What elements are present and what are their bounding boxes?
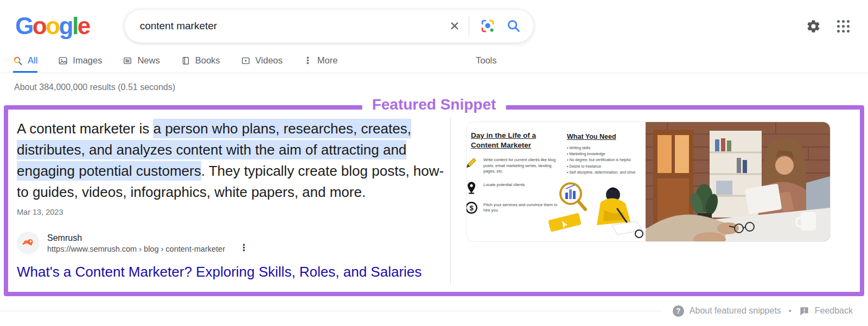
snippet-media-column: Day in the Life of a Content Marketer Wr… [450,118,860,284]
tab-label: News [137,55,159,66]
help-question-icon: ? [673,305,684,317]
videos-icon [241,56,251,66]
office-photo-image [646,122,830,242]
tab-label: Books [195,55,220,66]
header-actions [806,19,850,34]
settings-gear-icon[interactable] [806,19,821,34]
about-featured-snippets-label: About featured snippets [690,306,781,316]
feedback-bubble-icon [799,306,809,316]
dollar-icon: $ [467,201,478,215]
tab-more[interactable]: ⋮ More [303,55,338,73]
snippet-description: A content marketer is a person who plans… [17,118,451,203]
results-stats: About 384,000,000 results (0.51 seconds) [0,73,868,92]
images-icon [58,56,68,66]
infographic-item: $ Pitch your services and convince them … [467,201,561,215]
infographic-right-list: Writing skills Marketing knowledge No de… [567,145,643,175]
snippet-footer: ? About featured snippets • Feedback [0,304,853,318]
infographic-illustration [548,177,646,241]
tab-label: More [317,55,338,66]
infographic-thumbnail[interactable]: Day in the Life of a Content Marketer Wr… [467,122,646,241]
search-bar[interactable]: ✕ [124,9,534,43]
source-text-block: Semrush https://www.semrush.com › blog ›… [47,233,225,253]
featured-snippet-box: A content marketer is a person who plans… [4,105,864,296]
clear-search-icon[interactable]: ✕ [449,20,459,33]
infographic-right-item: Self discipline, determination, and driv… [567,169,643,175]
more-dots-icon: ⋮ [303,56,312,65]
infographic-right-title: What You Need [567,133,643,140]
infographic-title: Day in the Life of a Content Marketer [471,131,555,150]
infographic-item: Locate potential clients [467,181,561,195]
search-bar-divider [469,16,469,36]
logo-letter: g [59,12,72,39]
snippet-text-column: A content marketer is a person who plans… [8,110,450,292]
tab-label: All [28,55,37,66]
infographic-right-item: No degree, but certification is helpful [567,157,643,163]
feedback-label: Feedback [815,306,853,316]
tab-label: Videos [256,55,283,66]
footer-divider-line [0,311,662,311]
about-featured-snippets-link[interactable]: ? About featured snippets [673,305,781,317]
infographic-right-item: Marketing knowledge [567,151,643,157]
result-options-kebab-icon[interactable]: ⋮ [239,242,248,254]
location-pin-icon [467,181,478,195]
feedback-link[interactable]: Feedback [799,306,853,316]
tab-label: Images [73,55,102,66]
tab-videos[interactable]: Videos [241,55,283,73]
logo-letter: o [46,12,59,39]
logo-letter: o [33,12,46,39]
office-photo-thumbnail[interactable] [646,122,830,241]
svg-text:$: $ [469,203,474,212]
logo-letter: G [15,12,33,39]
infographic-item-text: Write content for current clients like b… [483,156,561,175]
google-apps-grid-icon[interactable] [837,20,850,33]
tools-button[interactable]: Tools [476,55,497,66]
infographic-right-item: Writing skills [567,145,643,151]
search-input[interactable] [140,20,445,32]
result-source-row[interactable]: Semrush https://www.semrush.com › blog ›… [17,232,450,254]
featured-snippet-callout: Featured Snippet A content marketer is a… [4,105,864,296]
search-submit-icon[interactable] [506,18,521,34]
footer-separator-dot: • [789,306,792,315]
snippet-thumbnails: Day in the Life of a Content Marketer Wr… [466,122,831,242]
logo-letter: e [78,12,90,39]
google-logo[interactable]: Google [15,14,90,38]
infographic-right-item: Desire to freelance [567,163,643,169]
infographic-item: Write content for current clients like b… [467,156,561,175]
semrush-favicon [17,232,40,254]
snippet-text-plain: A content marketer is [17,120,153,137]
snippet-date: Mar 13, 2023 [17,208,450,216]
google-lens-icon[interactable] [480,18,495,34]
news-icon [123,56,132,66]
tab-books[interactable]: Books [181,55,220,73]
source-breadcrumb: https://www.semrush.com › blog › content… [47,245,225,253]
all-search-icon [13,56,23,66]
search-tabs-bar: All Images News Books Videos ⋮ More [0,43,868,73]
search-header: Google ✕ [0,0,868,43]
logo-letter: l [72,12,78,39]
source-site-name: Semrush [47,233,225,243]
tab-images[interactable]: Images [58,55,102,73]
tab-all[interactable]: All [13,55,37,73]
featured-snippet-label: Featured Snippet [362,96,506,113]
pencil-icon [467,156,478,170]
tab-news[interactable]: News [123,55,159,73]
books-icon [181,56,190,66]
infographic-item-text: Locate potential clients [483,181,525,188]
result-title-link[interactable]: What's a Content Marketer? Exploring Ski… [17,264,450,280]
infographic-right-column: What You Need Writing skills Marketing k… [567,133,643,175]
